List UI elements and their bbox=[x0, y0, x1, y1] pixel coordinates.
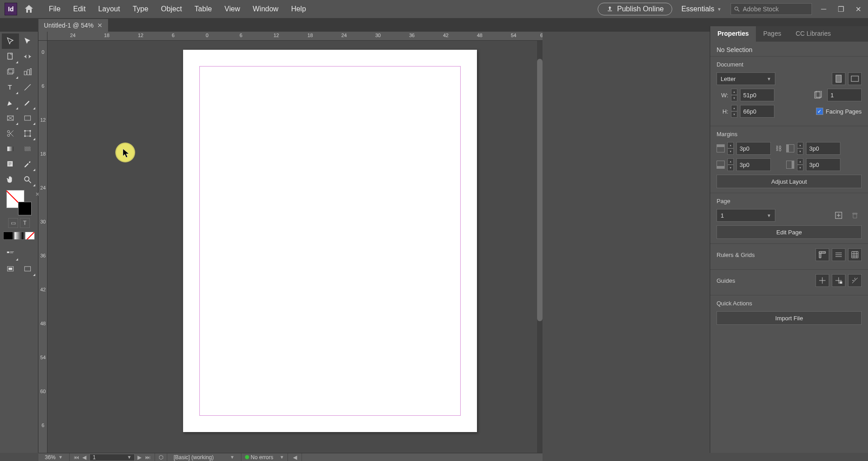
margin-bottom-input[interactable] bbox=[736, 158, 771, 171]
page-nav-select[interactable]: 1▼ bbox=[90, 454, 135, 461]
direct-selection-tool[interactable] bbox=[19, 33, 36, 49]
orientation-portrait-button[interactable] bbox=[832, 72, 845, 85]
menu-file[interactable]: File bbox=[42, 5, 67, 13]
window-minimize-button[interactable]: ─ bbox=[818, 5, 829, 14]
rectangle-tool[interactable] bbox=[19, 110, 36, 126]
publish-online-button[interactable]: Publish Online bbox=[598, 3, 672, 15]
margin-left-spinner[interactable]: ▲▼ bbox=[797, 142, 803, 155]
next-page-button[interactable]: ▶ bbox=[137, 454, 143, 461]
height-spinner[interactable]: ▲▼ bbox=[731, 105, 737, 118]
type-tool[interactable]: T bbox=[2, 80, 19, 95]
import-file-button[interactable]: Import File bbox=[717, 311, 862, 325]
ruler-vertical[interactable]: 0 6 12 18 24 30 36 42 48 54 60 6 bbox=[38, 41, 47, 453]
canvas-area[interactable]: 24 18 12 6 0 6 12 18 24 30 36 42 48 54 6… bbox=[38, 32, 542, 453]
preview-mode-button[interactable] bbox=[19, 261, 36, 277]
workspace-selector[interactable]: Essentials ▼ bbox=[679, 5, 724, 13]
menu-type[interactable]: Type bbox=[126, 5, 155, 13]
tab-cc-libraries[interactable]: CC Libraries bbox=[788, 26, 838, 42]
pencil-tool[interactable] bbox=[19, 95, 36, 110]
delete-page-button[interactable] bbox=[848, 209, 862, 222]
edit-page-button[interactable]: Edit Page bbox=[717, 225, 862, 239]
baseline-grid-button[interactable] bbox=[832, 248, 845, 261]
zoom-select[interactable]: 36%▼ bbox=[42, 454, 66, 461]
zoom-tool[interactable] bbox=[19, 172, 36, 187]
page-number-select[interactable]: 1▼ bbox=[717, 209, 775, 222]
menu-window[interactable]: Window bbox=[246, 5, 285, 13]
scissors-tool[interactable] bbox=[2, 126, 19, 141]
ruler-origin[interactable] bbox=[38, 32, 47, 41]
facing-pages-checkbox[interactable]: ✓ bbox=[816, 108, 823, 115]
orientation-landscape-button[interactable] bbox=[848, 72, 862, 85]
apply-none-button[interactable] bbox=[25, 232, 35, 240]
menu-layout[interactable]: Layout bbox=[92, 5, 126, 13]
apply-gradient-button[interactable] bbox=[14, 232, 24, 240]
rectangle-frame-tool[interactable] bbox=[2, 110, 19, 126]
note-tool[interactable] bbox=[2, 157, 19, 172]
svg-rect-4 bbox=[7, 70, 13, 74]
formatting-container-button[interactable]: ▭ bbox=[8, 218, 18, 228]
menu-edit[interactable]: Edit bbox=[67, 5, 92, 13]
content-placer-tool[interactable] bbox=[19, 64, 36, 80]
show-guides-button[interactable] bbox=[816, 274, 829, 287]
eyedropper-tool[interactable] bbox=[19, 157, 36, 172]
document-tab[interactable]: Untitled-1 @ 54% ✕ bbox=[38, 19, 108, 32]
document-page[interactable] bbox=[183, 50, 477, 432]
menu-help[interactable]: Help bbox=[285, 5, 312, 13]
link-margins-icon[interactable]: ⛓ bbox=[774, 145, 783, 152]
document-grid-button[interactable] bbox=[848, 248, 862, 261]
ruler-horizontal[interactable]: 24 18 12 6 0 6 12 18 24 30 36 42 48 54 6… bbox=[47, 32, 542, 41]
canvas-scrollbar-vertical[interactable] bbox=[537, 41, 542, 453]
stroke-swatch[interactable] bbox=[18, 202, 32, 215]
free-transform-tool[interactable] bbox=[19, 126, 36, 141]
prev-page-button[interactable]: ◀ bbox=[81, 454, 88, 461]
scrollbar-thumb[interactable] bbox=[537, 59, 542, 321]
svg-rect-40 bbox=[24, 266, 30, 271]
height-input[interactable] bbox=[740, 105, 774, 118]
window-restore-button[interactable]: ❐ bbox=[835, 5, 846, 14]
tab-pages[interactable]: Pages bbox=[756, 26, 788, 42]
gap-tool[interactable] bbox=[19, 49, 36, 64]
gradient-feather-tool[interactable] bbox=[19, 141, 36, 157]
gradient-swatch-tool[interactable] bbox=[2, 141, 19, 157]
screen-mode-button[interactable] bbox=[2, 261, 19, 277]
content-collector-tool[interactable] bbox=[2, 64, 19, 80]
smart-guides-button[interactable] bbox=[848, 274, 862, 287]
width-spinner[interactable]: ▲▼ bbox=[731, 89, 737, 101]
preflight-dropdown[interactable]: ▼ bbox=[280, 455, 284, 460]
menu-view[interactable]: View bbox=[218, 5, 246, 13]
formatting-text-button[interactable]: T bbox=[20, 218, 30, 228]
tab-properties[interactable]: Properties bbox=[710, 26, 756, 42]
page-preset-select[interactable]: Letter▼ bbox=[717, 72, 775, 85]
search-input[interactable]: Adobe Stock bbox=[731, 3, 812, 15]
menu-object[interactable]: Object bbox=[155, 5, 188, 13]
pen-tool[interactable] bbox=[2, 95, 19, 110]
margin-top-input[interactable] bbox=[736, 142, 771, 155]
lock-guides-button[interactable] bbox=[832, 274, 845, 287]
rulers-toggle-button[interactable] bbox=[816, 248, 829, 261]
home-icon[interactable] bbox=[24, 4, 34, 14]
window-close-button[interactable]: ✕ bbox=[853, 5, 863, 14]
width-input[interactable] bbox=[740, 89, 774, 101]
margin-right-input[interactable] bbox=[806, 158, 840, 171]
margin-right-spinner[interactable]: ▲▼ bbox=[797, 158, 803, 171]
margin-left-input[interactable] bbox=[806, 142, 840, 155]
preflight-preset-select[interactable]: [Basic] (working)▼ bbox=[171, 454, 237, 461]
adjust-layout-button[interactable]: Adjust Layout bbox=[717, 175, 862, 188]
last-page-button[interactable]: ⏭ bbox=[145, 454, 151, 461]
status-scroll-left[interactable]: ◀ bbox=[292, 454, 298, 461]
menu-table[interactable]: Table bbox=[188, 5, 218, 13]
fill-stroke-swatch[interactable]: ⤭ bbox=[6, 190, 32, 215]
selection-tool[interactable] bbox=[2, 33, 19, 49]
first-page-button[interactable]: ⏮ bbox=[73, 454, 80, 461]
pages-input[interactable] bbox=[827, 89, 862, 101]
margin-top-spinner[interactable]: ▲▼ bbox=[727, 142, 734, 155]
view-options-tool[interactable] bbox=[2, 246, 19, 261]
open-indicator-icon[interactable]: ⬡ bbox=[159, 454, 163, 461]
line-tool[interactable] bbox=[19, 80, 36, 95]
page-tool[interactable] bbox=[2, 49, 19, 64]
margin-bottom-spinner[interactable]: ▲▼ bbox=[727, 158, 734, 171]
apply-color-button[interactable] bbox=[3, 232, 13, 240]
hand-tool[interactable] bbox=[2, 172, 19, 187]
add-page-button[interactable] bbox=[832, 209, 845, 222]
tab-close-icon[interactable]: ✕ bbox=[97, 22, 103, 29]
